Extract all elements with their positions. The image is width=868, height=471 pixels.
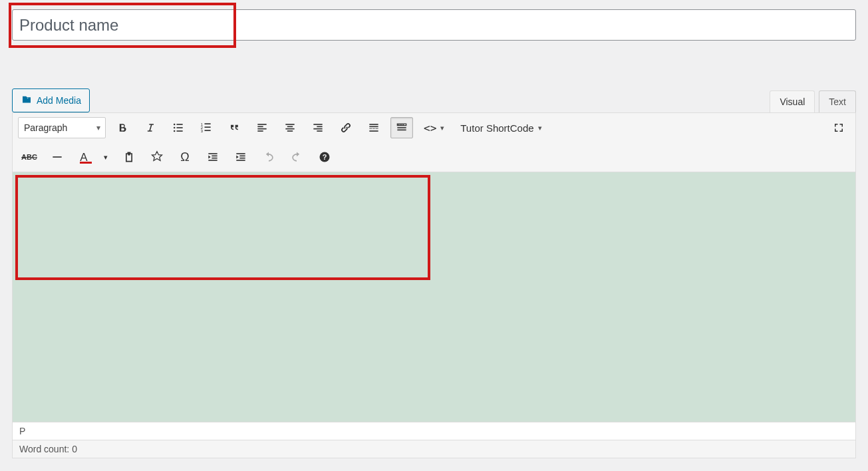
svg-rect-43	[239, 158, 245, 159]
highlight-box-content	[15, 175, 430, 280]
svg-rect-26	[369, 128, 372, 129]
svg-rect-42	[239, 156, 245, 157]
svg-text:3: 3	[201, 129, 203, 133]
omega-icon: Ω	[180, 150, 189, 164]
tab-visual[interactable]: Visual	[770, 90, 815, 112]
toolbar-toggle-button[interactable]	[390, 117, 413, 138]
code-dropdown[interactable]: <> ▾	[418, 117, 450, 138]
svg-rect-44	[236, 160, 245, 161]
svg-rect-29	[369, 130, 378, 132]
blockquote-button[interactable]	[223, 117, 245, 138]
strikethrough-icon: ABC	[21, 153, 37, 161]
svg-point-4	[174, 130, 176, 132]
svg-rect-24	[369, 124, 378, 125]
bullet-list-button[interactable]	[167, 117, 190, 138]
chevron-down-icon: ▾	[538, 124, 542, 132]
svg-rect-15	[257, 130, 263, 132]
paste-text-button[interactable]	[118, 146, 140, 168]
svg-rect-18	[285, 128, 294, 130]
code-icon: <>	[424, 122, 436, 134]
svg-rect-16	[285, 124, 294, 125]
align-right-button[interactable]	[307, 117, 329, 138]
text-color-button[interactable]: A	[74, 146, 94, 168]
chevron-down-icon: ▾	[104, 153, 108, 162]
clear-formatting-button[interactable]	[146, 146, 168, 168]
svg-rect-28	[376, 128, 378, 129]
italic-button[interactable]	[139, 117, 162, 138]
svg-rect-1	[177, 124, 183, 125]
horizontal-rule-button[interactable]	[46, 146, 69, 168]
help-button[interactable]: ?	[313, 146, 336, 168]
strikethrough-button[interactable]: ABC	[18, 146, 41, 168]
format-select[interactable]: Paragraph	[18, 117, 106, 138]
chevron-down-icon: ▾	[440, 124, 444, 132]
svg-point-0	[174, 124, 176, 126]
wordcount-value: 0	[72, 444, 77, 454]
svg-rect-31	[398, 124, 400, 125]
text-color-dropdown[interactable]: ▾	[99, 146, 112, 168]
outdent-button[interactable]	[202, 146, 224, 168]
editor-content-area[interactable]	[12, 172, 856, 422]
color-swatch	[80, 162, 92, 164]
svg-rect-23	[317, 130, 322, 132]
svg-rect-39	[212, 158, 217, 159]
svg-rect-5	[177, 130, 183, 132]
wordcount-label: Word count:	[19, 444, 69, 454]
svg-rect-41	[236, 153, 245, 154]
svg-point-2	[174, 127, 176, 129]
svg-rect-34	[397, 127, 406, 128]
numbered-list-button[interactable]: 123	[195, 117, 217, 138]
tab-text[interactable]: Text	[819, 90, 856, 112]
tutor-shortcode-label: Tutor ShortCode	[460, 122, 533, 134]
svg-rect-40	[208, 160, 217, 161]
svg-rect-32	[400, 124, 402, 125]
svg-rect-37	[208, 153, 217, 154]
svg-rect-7	[205, 123, 211, 124]
product-title-input[interactable]	[12, 9, 856, 41]
svg-rect-27	[372, 128, 374, 129]
link-button[interactable]	[335, 117, 357, 138]
insert-more-button[interactable]	[362, 117, 385, 138]
element-path[interactable]: P	[12, 422, 856, 440]
svg-rect-35	[397, 130, 406, 131]
svg-rect-36	[53, 156, 61, 158]
indent-button[interactable]	[229, 146, 252, 168]
svg-rect-21	[317, 126, 322, 128]
undo-button[interactable]	[257, 146, 280, 168]
camera-music-icon	[21, 94, 33, 108]
special-character-button[interactable]: Ω	[174, 146, 196, 168]
status-bar: Word count: 0	[12, 440, 856, 458]
svg-rect-11	[205, 130, 211, 131]
tutor-shortcode-dropdown[interactable]: Tutor ShortCode ▾	[455, 117, 547, 138]
text-color-icon: A	[80, 152, 87, 163]
svg-rect-3	[177, 127, 183, 128]
redo-button[interactable]	[285, 146, 308, 168]
svg-rect-9	[205, 126, 211, 128]
editor-toolbar: Paragraph 123	[12, 112, 856, 172]
svg-rect-17	[287, 126, 293, 128]
svg-rect-13	[257, 126, 263, 128]
svg-rect-25	[369, 126, 378, 128]
add-media-label: Add Media	[37, 95, 81, 106]
align-center-button[interactable]	[279, 117, 301, 138]
add-media-button[interactable]: Add Media	[12, 88, 90, 112]
svg-rect-38	[212, 156, 217, 157]
svg-rect-22	[313, 128, 322, 130]
svg-text:?: ?	[323, 153, 327, 161]
bold-button[interactable]	[111, 117, 134, 138]
align-left-button[interactable]	[251, 117, 273, 138]
svg-rect-20	[313, 124, 322, 125]
svg-rect-12	[257, 124, 266, 125]
fullscreen-button[interactable]	[827, 117, 850, 138]
svg-rect-19	[287, 130, 293, 132]
svg-rect-14	[257, 128, 266, 130]
svg-rect-33	[402, 124, 404, 125]
